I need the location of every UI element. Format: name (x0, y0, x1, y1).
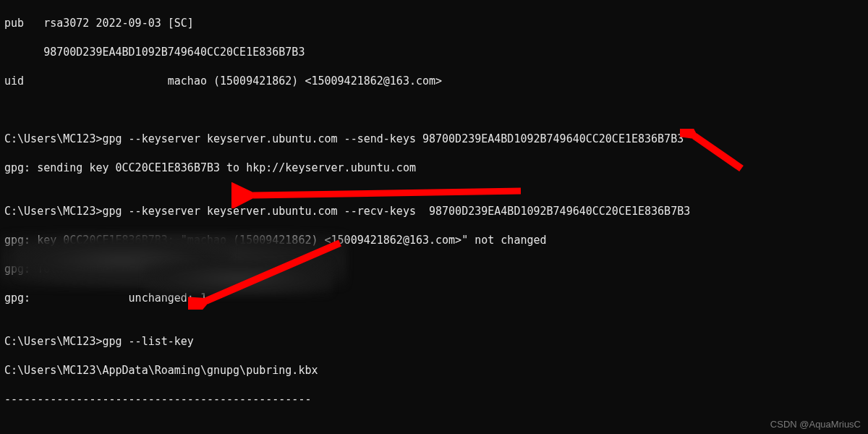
terminal-line: ----------------------------------------… (4, 392, 864, 407)
terminal-line: C:\Users\MC123\AppData\Roaming\gnupg\pub… (4, 363, 864, 378)
terminal-line: gpg: sending key 0CC20CE1E836B7B3 to hkp… (4, 161, 864, 175)
terminal-line (4, 421, 864, 434)
redaction-smudge (145, 260, 333, 297)
terminal-line: gpg: unchanged: 1 (4, 291, 864, 305)
terminal-line: 98700D239EA4BD1092B749640CC20CE1E836B7B3 (4, 45, 864, 59)
terminal-line: uid machao (15009421862) <15009421862@16… (4, 74, 864, 88)
watermark-text: CSDN @AquaMriusC (770, 419, 861, 430)
terminal-line: C:\Users\MC123>gpg --list-key (4, 334, 864, 349)
terminal-window[interactable]: pub rsa3072 2022-09-03 [SC] 98700D239EA4… (0, 0, 868, 434)
terminal-line: pub rsa3072 2022-09-03 [SC] (4, 16, 864, 30)
terminal-line: C:\Users\MC123>gpg --keyserver keyserver… (4, 204, 864, 218)
terminal-line: C:\Users\MC123>gpg --keyserver keyserver… (4, 132, 864, 146)
